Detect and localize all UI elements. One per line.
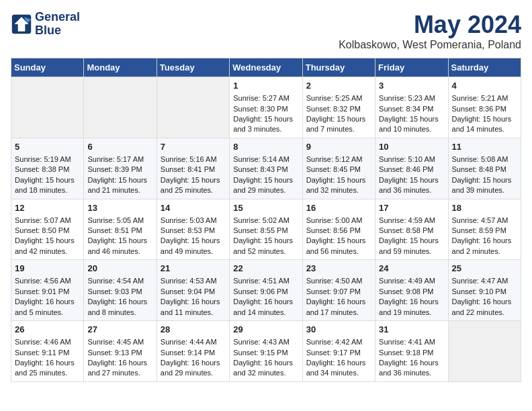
calendar-cell: 3Sunrise: 5:23 AMSunset: 8:34 PMDaylight… xyxy=(375,77,448,138)
day-info: Daylight: 16 hours xyxy=(161,297,226,307)
calendar-cell: 11Sunrise: 5:08 AMSunset: 8:48 PMDayligh… xyxy=(448,138,521,199)
day-number: 28 xyxy=(161,324,226,336)
day-info: and 14 minutes. xyxy=(452,124,517,134)
day-info: Sunrise: 4:49 AM xyxy=(379,276,444,286)
day-info: Daylight: 15 hours xyxy=(15,236,80,246)
day-info: Sunset: 8:50 PM xyxy=(15,226,80,236)
calendar-cell: 2Sunrise: 5:25 AMSunset: 8:32 PMDaylight… xyxy=(302,77,375,138)
day-info: Daylight: 15 hours xyxy=(161,236,226,246)
calendar-cell: 14Sunrise: 5:03 AMSunset: 8:53 PMDayligh… xyxy=(157,199,229,260)
calendar-week-row: 12Sunrise: 5:07 AMSunset: 8:50 PMDayligh… xyxy=(11,199,521,260)
day-info: and 7 minutes. xyxy=(306,124,371,134)
day-info: Sunset: 8:53 PM xyxy=(161,226,226,236)
day-info: Sunset: 8:45 PM xyxy=(306,165,371,175)
day-info: Daylight: 15 hours xyxy=(452,175,517,185)
day-info: Daylight: 16 hours xyxy=(306,358,371,368)
calendar-cell: 15Sunrise: 5:02 AMSunset: 8:55 PMDayligh… xyxy=(230,199,302,260)
day-info: and 17 minutes. xyxy=(306,308,371,318)
day-info: Sunrise: 5:27 AM xyxy=(233,93,298,103)
calendar-cell: 24Sunrise: 4:49 AMSunset: 9:08 PMDayligh… xyxy=(375,260,448,321)
day-info: Daylight: 16 hours xyxy=(233,358,298,368)
day-info: and 56 minutes. xyxy=(306,246,371,257)
day-info: and 42 minutes. xyxy=(15,246,80,257)
day-number: 26 xyxy=(15,324,80,336)
calendar-cell: 21Sunrise: 4:53 AMSunset: 9:04 PMDayligh… xyxy=(157,260,229,321)
day-info: Daylight: 15 hours xyxy=(233,114,298,124)
day-info: Daylight: 15 hours xyxy=(15,175,80,185)
subtitle: Kolbaskowo, West Pomerania, Poland xyxy=(339,39,521,51)
day-info: Sunset: 9:18 PM xyxy=(379,348,444,358)
calendar-week-row: 19Sunrise: 4:56 AMSunset: 9:01 PMDayligh… xyxy=(11,260,521,321)
day-info: Daylight: 16 hours xyxy=(87,297,152,307)
day-info: Sunset: 9:15 PM xyxy=(233,348,298,358)
day-number: 16 xyxy=(306,202,371,214)
day-info: Sunrise: 5:23 AM xyxy=(379,93,444,103)
day-info: Daylight: 15 hours xyxy=(379,114,444,124)
day-info: Daylight: 15 hours xyxy=(306,114,371,124)
day-info: Sunset: 9:13 PM xyxy=(87,348,152,358)
calendar-cell: 18Sunrise: 4:57 AMSunset: 8:59 PMDayligh… xyxy=(448,199,521,260)
day-info: Sunset: 9:11 PM xyxy=(15,348,80,358)
day-info: and 39 minutes. xyxy=(452,185,517,195)
day-header-sunday: Sunday xyxy=(11,58,84,77)
day-info: Sunset: 8:36 PM xyxy=(452,104,517,114)
day-info: Sunrise: 5:10 AM xyxy=(379,154,444,165)
day-number: 12 xyxy=(15,202,80,214)
day-info: Daylight: 15 hours xyxy=(306,236,371,246)
day-info: and 10 minutes. xyxy=(379,124,444,134)
day-info: Sunset: 9:17 PM xyxy=(306,348,371,358)
day-number: 9 xyxy=(306,141,371,153)
day-number: 25 xyxy=(452,263,517,275)
day-info: and 5 minutes. xyxy=(15,308,80,318)
day-info: Sunset: 8:55 PM xyxy=(233,226,298,236)
day-info: Daylight: 16 hours xyxy=(452,236,517,246)
logo-text: General Blue xyxy=(35,11,80,38)
day-info: Sunset: 9:14 PM xyxy=(161,348,226,358)
day-info: and 49 minutes. xyxy=(161,246,226,257)
day-info: Daylight: 15 hours xyxy=(87,175,152,185)
day-info: Daylight: 16 hours xyxy=(161,358,226,368)
day-info: Sunset: 8:32 PM xyxy=(306,104,371,114)
day-info: Sunset: 9:07 PM xyxy=(306,287,371,297)
calendar-cell: 5Sunrise: 5:19 AMSunset: 8:38 PMDaylight… xyxy=(11,138,84,199)
calendar-cell: 26Sunrise: 4:46 AMSunset: 9:11 PMDayligh… xyxy=(11,321,84,382)
day-info: Sunrise: 4:42 AM xyxy=(306,337,371,347)
day-info: Daylight: 16 hours xyxy=(15,297,80,307)
day-info: Sunset: 9:01 PM xyxy=(15,287,80,297)
day-info: and 27 minutes. xyxy=(87,368,152,378)
day-info: and 14 minutes. xyxy=(233,308,298,318)
day-number: 6 xyxy=(87,141,152,153)
day-info: Sunrise: 4:56 AM xyxy=(15,276,80,286)
calendar-cell: 10Sunrise: 5:10 AMSunset: 8:46 PMDayligh… xyxy=(375,138,448,199)
day-info: Sunrise: 5:07 AM xyxy=(15,216,80,226)
calendar-week-row: 5Sunrise: 5:19 AMSunset: 8:38 PMDaylight… xyxy=(11,138,521,199)
day-number: 18 xyxy=(452,202,517,214)
day-number: 29 xyxy=(233,324,298,336)
day-info: Sunrise: 4:46 AM xyxy=(15,337,80,347)
day-info: Daylight: 15 hours xyxy=(379,236,444,246)
day-info: and 32 minutes. xyxy=(233,368,298,378)
day-info: and 36 minutes. xyxy=(379,185,444,195)
day-number: 17 xyxy=(379,202,444,214)
day-number: 8 xyxy=(233,141,298,153)
day-info: and 46 minutes. xyxy=(87,246,152,257)
calendar-cell: 23Sunrise: 4:50 AMSunset: 9:07 PMDayligh… xyxy=(302,260,375,321)
day-info: Daylight: 16 hours xyxy=(379,358,444,368)
day-info: Sunset: 8:46 PM xyxy=(379,165,444,175)
day-info: and 2 minutes. xyxy=(452,246,517,257)
day-info: Sunrise: 4:41 AM xyxy=(379,337,444,347)
day-info: Daylight: 15 hours xyxy=(233,175,298,185)
calendar-body: 1Sunrise: 5:27 AMSunset: 8:30 PMDaylight… xyxy=(11,77,521,382)
calendar-cell: 9Sunrise: 5:12 AMSunset: 8:45 PMDaylight… xyxy=(302,138,375,199)
day-info: Sunset: 9:06 PM xyxy=(233,287,298,297)
calendar-cell: 1Sunrise: 5:27 AMSunset: 8:30 PMDaylight… xyxy=(230,77,302,138)
day-number: 22 xyxy=(233,263,298,275)
day-header-saturday: Saturday xyxy=(448,58,521,77)
day-header-monday: Monday xyxy=(84,58,157,77)
day-info: Sunrise: 5:14 AM xyxy=(233,154,298,165)
day-number: 21 xyxy=(161,263,226,275)
day-info: Sunrise: 5:02 AM xyxy=(233,216,298,226)
day-number: 1 xyxy=(233,80,298,92)
title-area: May 2024 Kolbaskowo, West Pomerania, Pol… xyxy=(339,11,521,51)
day-info: Sunrise: 4:44 AM xyxy=(161,337,226,347)
